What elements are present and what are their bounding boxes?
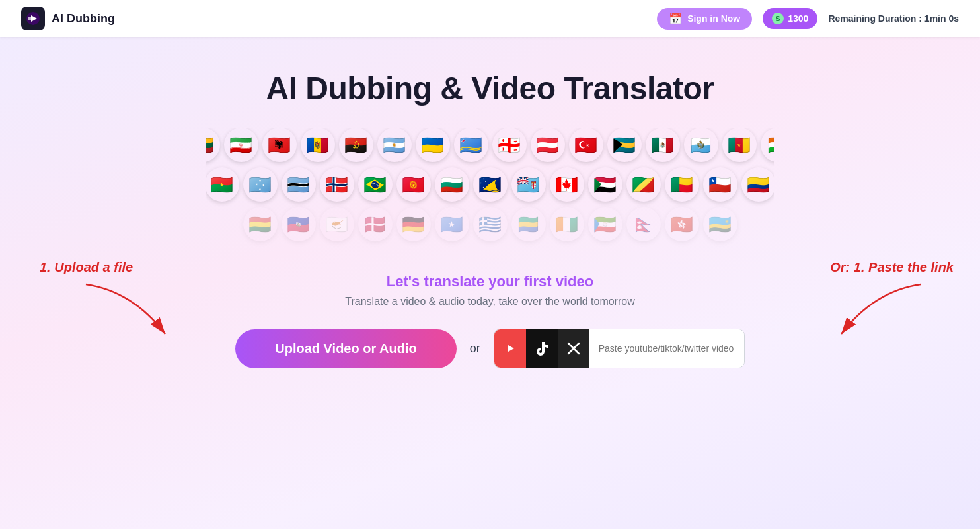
flag-circle: 🇧🇼	[282, 167, 316, 202]
dollar-icon: $	[772, 13, 784, 24]
social-icons-group	[494, 329, 589, 368]
flag-circle: 🇭🇹	[282, 207, 316, 241]
flag-circle: 🇨🇾	[320, 207, 354, 241]
logo-wrapper: AI Dubbing	[21, 7, 115, 30]
flag-circle: 🇦🇼	[454, 128, 488, 162]
flag-circle: 🇦🇹	[531, 128, 565, 162]
app-header: AI Dubbing 📅 Sign in Now $ 1300 Remainin…	[0, 0, 980, 37]
flag-circle: 🇧🇷	[358, 167, 393, 202]
flag-circle: 🇬🇷	[473, 207, 508, 241]
app-title: AI Dubbing	[52, 12, 115, 26]
flag-circle: 🇫🇲	[243, 167, 278, 202]
flag-circle: 🇺🇦	[416, 128, 450, 162]
flag-circle: 🇩🇰	[358, 207, 393, 241]
flag-circle: 🇹🇷	[569, 128, 603, 162]
flag-circle: 🇨🇦	[550, 167, 584, 202]
flag-circle: 🇨🇮	[550, 207, 584, 241]
action-row: Upload Video or Audio or	[79, 329, 901, 368]
flag-circle: 🇨🇱	[703, 167, 737, 202]
tiktok-icon	[535, 341, 548, 356]
credits-count: 1300	[788, 13, 808, 24]
remaining-value: 1min 0s	[924, 13, 959, 24]
flag-circle: 🇫🇯	[511, 167, 546, 202]
flag-circle: 🇱🇹	[206, 128, 220, 162]
flag-circle: 🇧🇸	[607, 128, 642, 162]
svg-point-2	[28, 17, 32, 20]
flag-circle: 🇧🇫	[206, 167, 239, 202]
youtube-button[interactable]	[494, 329, 526, 368]
flag-circle: 🇰🇬	[396, 167, 431, 202]
flag-circle: 🇬🇦	[511, 207, 546, 241]
credits-button[interactable]: $ 1300	[763, 8, 817, 29]
link-input-wrapper	[494, 329, 745, 368]
flag-circle: 🇦🇴	[339, 128, 373, 162]
flags-container: 🇩🇿🇱🇹🇮🇷🇦🇱🇲🇩🇦🇴🇦🇷🇺🇦🇦🇼🇬🇪🇦🇹🇹🇷🇧🇸🇲🇽🇸🇲🇨🇲🇳🇪🇲🇱 🇲🇱🇧…	[206, 128, 774, 247]
flag-circle: 🇨🇲	[722, 128, 757, 162]
page-title: AI Dubbing & Video Translator	[266, 70, 714, 106]
remaining-duration: Remaining Duration : 1min 0s	[828, 13, 959, 24]
or-text: or	[470, 342, 480, 356]
flag-circle: 🇳🇪	[761, 128, 774, 162]
flag-circle: 🇨🇬	[626, 167, 661, 202]
flag-circle: 🇧🇯	[665, 167, 699, 202]
main-content: AI Dubbing & Video Translator 🇩🇿🇱🇹🇮🇷🇦🇱🇲🇩…	[0, 37, 980, 368]
translate-sub: Translate a video & audio today, take ov…	[345, 296, 634, 307]
sign-in-button[interactable]: 📅 Sign in Now	[657, 8, 752, 30]
flag-circle: 🇹🇰	[473, 167, 508, 202]
flag-circle: 🇨🇴	[741, 167, 774, 202]
flag-circle: 🇲🇩	[301, 128, 335, 162]
header-right: 📅 Sign in Now $ 1300 Remaining Duration …	[657, 8, 959, 30]
flag-circle: 🇳🇴	[320, 167, 354, 202]
flag-circle: 🇧🇴	[243, 207, 278, 241]
flag-circle: 🇸🇴	[435, 207, 469, 241]
upload-button[interactable]: Upload Video or Audio	[235, 329, 456, 368]
flag-circle: 🇲🇽	[646, 128, 680, 162]
flag-circle: 🇸🇲	[684, 128, 718, 162]
upload-section: 1. Upload a file Or: 1. Paste the link	[0, 273, 980, 368]
twitter-x-icon	[567, 342, 580, 355]
arrow-right-svg	[821, 278, 927, 344]
flag-circle: 🇳🇵	[626, 207, 661, 241]
flag-circle: 🇮🇷	[224, 128, 258, 162]
flag-row-1: 🇩🇿🇱🇹🇮🇷🇦🇱🇲🇩🇦🇴🇦🇷🇺🇦🇦🇼🇬🇪🇦🇹🇹🇷🇧🇸🇲🇽🇸🇲🇨🇲🇳🇪🇲🇱	[206, 128, 774, 162]
calendar-icon: 📅	[669, 13, 682, 25]
flag-circle: 🇩🇪	[396, 207, 431, 241]
flag-circle: 🇬🇪	[492, 128, 527, 162]
flag-row-2: 🇲🇱🇧🇫🇫🇲🇧🇼🇳🇴🇧🇷🇰🇬🇧🇬🇹🇰🇫🇯🇨🇦🇸🇩🇨🇬🇧🇯🇨🇱🇨🇴🇾🇪	[206, 167, 774, 202]
twitter-button[interactable]	[558, 329, 589, 368]
youtube-icon	[503, 343, 517, 354]
flag-circle: 🇭🇰	[665, 207, 699, 241]
flag-circle: 🇦🇱	[262, 128, 297, 162]
tiktok-button[interactable]	[526, 329, 558, 368]
translate-title: Let's translate your first video	[387, 273, 593, 290]
app-logo-icon	[21, 7, 45, 30]
flag-circle: 🇷🇼	[703, 207, 737, 241]
paste-label: Or: 1. Paste the link	[830, 260, 954, 275]
flag-circle: 🇧🇬	[435, 167, 469, 202]
flag-circle: 🇬🇶	[588, 207, 622, 241]
flag-row-3: 🇧🇴🇭🇹🇨🇾🇩🇰🇩🇪🇸🇴🇬🇷🇬🇦🇨🇮🇬🇶🇳🇵🇭🇰🇷🇼	[206, 207, 774, 241]
remaining-label: Remaining Duration :	[828, 13, 922, 24]
arrow-left-svg	[79, 278, 185, 344]
flag-circle: 🇦🇷	[377, 128, 412, 162]
link-input[interactable]	[589, 329, 744, 368]
sign-in-label: Sign in Now	[687, 13, 740, 24]
flag-circle: 🇸🇩	[588, 167, 622, 202]
upload-label: 1. Upload a file	[40, 260, 133, 275]
